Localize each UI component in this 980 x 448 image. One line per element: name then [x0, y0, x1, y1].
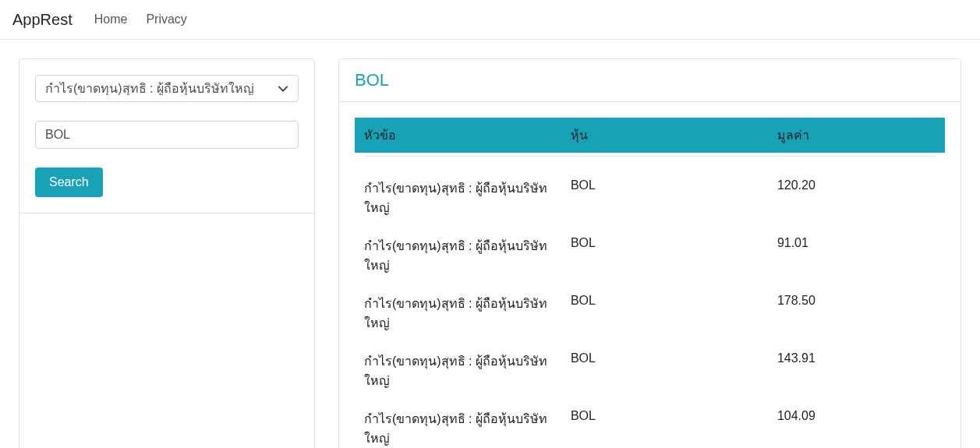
main-container: กำไร(ขาดทุน)สุทธิ : ผู้ถือหุ้นบริษัทใหญ่… — [0, 40, 980, 448]
table-row: กำไร(ขาดทุน)สุทธิ : ผู้ถือหุ้นบริษัทใหญ่… — [355, 284, 945, 342]
cell-topic: กำไร(ขาดทุน)สุทธิ : ผู้ถือหุ้นบริษัทใหญ่ — [355, 157, 561, 227]
cell-stock: BOL — [561, 227, 768, 284]
cell-topic: กำไร(ขาดทุน)สุทธิ : ผู้ถือหุ้นบริษัทใหญ่ — [355, 400, 561, 448]
cell-topic: กำไร(ขาดทุน)สุทธิ : ผู้ถือหุ้นบริษัทใหญ่ — [355, 284, 561, 342]
result-title: BOL — [355, 70, 945, 90]
cell-stock: BOL — [561, 157, 768, 227]
table-row: กำไร(ขาดทุน)สุทธิ : ผู้ถือหุ้นบริษัทใหญ่… — [355, 157, 945, 227]
stock-input[interactable] — [35, 121, 299, 149]
search-card-footer — [19, 213, 314, 244]
table-row: กำไร(ขาดทุน)สุทธิ : ผู้ถือหุ้นบริษัทใหญ่… — [355, 227, 945, 284]
col-header-value: มูลค่า — [768, 118, 945, 153]
table-header-row: หัวข้อ หุ้น มูลค่า — [355, 118, 945, 153]
cell-value: 120.20 — [768, 157, 945, 227]
result-card: BOL หัวข้อ หุ้น มูลค่า กำไร(ขาดทุน)สุทธิ… — [338, 58, 961, 448]
table-row: กำไร(ขาดทุน)สุทธิ : ผู้ถือหุ้นบริษัทใหญ่… — [355, 342, 945, 400]
cell-topic: กำไร(ขาดทุน)สุทธิ : ผู้ถือหุ้นบริษัทใหญ่ — [355, 227, 561, 284]
result-table: หัวข้อ หุ้น มูลค่า — [355, 118, 945, 153]
topic-select[interactable]: กำไร(ขาดทุน)สุทธิ : ผู้ถือหุ้นบริษัทใหญ่ — [35, 75, 299, 102]
table-row: กำไร(ขาดทุน)สุทธิ : ผู้ถือหุ้นบริษัทใหญ่… — [355, 400, 945, 448]
result-header: BOL — [339, 59, 961, 102]
cell-stock: BOL — [561, 342, 768, 400]
cell-stock: BOL — [561, 284, 768, 342]
search-button[interactable]: Search — [35, 168, 103, 197]
cell-value: 143.91 — [768, 342, 945, 400]
cell-topic: กำไร(ขาดทุน)สุทธิ : ผู้ถือหุ้นบริษัทใหญ่ — [355, 342, 561, 400]
search-card: กำไร(ขาดทุน)สุทธิ : ผู้ถือหุ้นบริษัทใหญ่… — [19, 58, 315, 448]
nav-privacy[interactable]: Privacy — [136, 6, 196, 33]
nav-home[interactable]: Home — [85, 6, 137, 33]
cell-value: 91.01 — [768, 227, 945, 284]
col-header-topic: หัวข้อ — [355, 118, 561, 153]
cell-value: 104.09 — [768, 400, 945, 448]
cell-stock: BOL — [561, 400, 768, 448]
result-table-wrap: หัวข้อ หุ้น มูลค่า กำไร(ขาดทุน)สุทธิ : ผ… — [339, 102, 961, 448]
brand-link[interactable]: AppRest — [12, 11, 73, 29]
col-header-stock: หุ้น — [561, 118, 768, 153]
navbar: AppRest Home Privacy — [0, 0, 980, 40]
cell-value: 178.50 — [768, 284, 945, 342]
result-table-body: กำไร(ขาดทุน)สุทธิ : ผู้ถือหุ้นบริษัทใหญ่… — [355, 157, 945, 448]
search-body: กำไร(ขาดทุน)สุทธิ : ผู้ถือหุ้นบริษัทใหญ่… — [19, 59, 314, 213]
